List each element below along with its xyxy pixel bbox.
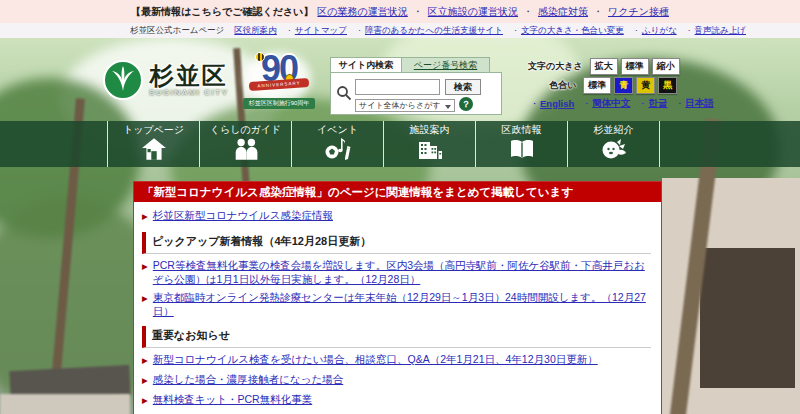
separator: ・ <box>413 5 423 19</box>
emergency-prefix: 【最新情報はこちらでご確認ください】 <box>131 5 313 19</box>
photo-building-dark <box>700 248 795 388</box>
facilities-icon <box>416 137 444 161</box>
people-icon <box>233 137 259 161</box>
search-help-button[interactable]: ？ <box>459 97 473 111</box>
link-office-guide[interactable]: 区役所案内 <box>234 25 277 37</box>
photo-storefront <box>0 394 130 414</box>
bee-character-icon <box>255 52 265 62</box>
text-size-standard-button[interactable]: 標準 <box>621 58 649 75</box>
link-tokyo-online-fever-center[interactable]: 東京都臨時オンライン発熱診療センターは年末年始（12月29日～1月3日）24時間… <box>153 290 651 318</box>
pickup-news-heading: ピックアップ新着情報（4年12月28日更新） <box>142 232 651 254</box>
logo-subtitle: SUGINAMI CITY <box>149 88 229 97</box>
emergency-info-bar: 【最新情報はこちらでご確認ください】 区の業務の運営状況 ・ 区立施設の運営状況… <box>0 0 800 23</box>
link-infected-close-contact[interactable]: 感染した場合・濃厚接触者になった場合 <box>153 372 343 388</box>
bullet: ・ <box>633 26 640 36</box>
link-covid-info-page[interactable]: 杉並区新型コロナウイルス感染症情報 <box>153 208 333 224</box>
arrow-icon: ▶ <box>142 374 148 388</box>
link-textsize-color[interactable]: 文字の大きさ・色合い変更 <box>521 25 624 37</box>
text-size-controls: 文字の大きさ 拡大 標準 縮小 <box>528 58 680 75</box>
bullet: ・ <box>531 99 538 109</box>
tab-page-number-search[interactable]: ページ番号検索 <box>402 57 490 72</box>
bullet: ・ <box>356 26 363 36</box>
nav-item-events[interactable]: イベント <box>292 121 384 167</box>
color-yellow-button[interactable]: 黄 <box>636 77 655 94</box>
chevron-down-icon <box>445 105 451 109</box>
link-text-to-speech[interactable]: 音声読み上げ <box>695 25 746 37</box>
arrow-icon: ▶ <box>142 260 148 286</box>
nav-label: イベント <box>317 124 358 136</box>
important-notice-heading: 重要なお知らせ <box>142 326 651 348</box>
list-item: ▶ 杉並区新型コロナウイルス感染症情報 <box>142 208 651 224</box>
suginami-homepage: 【最新情報はこちらでご確認ください】 区の業務の運営状況 ・ 区立施設の運営状況… <box>0 0 800 414</box>
search-scope-select[interactable]: サイト全体からさがす <box>355 99 455 112</box>
link-japanese[interactable]: 日本語 <box>685 97 714 110</box>
link-infection-measures[interactable]: 感染症対策 <box>538 5 588 19</box>
main-content: 「新型コロナウイルス感染症情報」のページに関連情報をまとめて掲載しています ▶ … <box>133 181 662 414</box>
suginami-logo[interactable]: 杉並区 SUGINAMI CITY <box>103 60 229 100</box>
link-furigana[interactable]: ふりがな <box>642 25 677 37</box>
bullet: ・ <box>639 99 646 109</box>
nav-label: くらしのガイド <box>210 124 282 136</box>
nav-item-city-information[interactable]: 区政情報 <box>476 121 568 167</box>
list-item: ▶ 新型コロナウイルス検査を受けたい場合、相談窓口、Q&A（2年1月21日、4年… <box>142 352 651 368</box>
link-business-status[interactable]: 区の業務の運営状況 <box>317 5 407 19</box>
color-scheme-label: 色合い <box>549 79 576 92</box>
text-size-enlarge-button[interactable]: 拡大 <box>590 58 618 75</box>
text-size-reduce-button[interactable]: 縮小 <box>652 58 680 75</box>
link-simplified-chinese[interactable]: 簡体中文 <box>592 97 630 110</box>
covid-info-banner: 「新型コロナウイルス感染症情報」のページに関連情報をまとめて掲載しています <box>134 182 661 202</box>
separator: ・ <box>593 5 603 19</box>
search-button[interactable]: 検索 <box>445 79 481 95</box>
logo-title: 杉並区 <box>149 64 229 88</box>
nav-item-top-page[interactable]: トップページ <box>108 121 200 167</box>
nav-item-facilities[interactable]: 施設案内 <box>384 121 476 167</box>
link-pcr-test-sites[interactable]: PCR等検査無料化事業の検査会場を増設します。区内3会場（高円寺駅前・阿佐ケ谷駅… <box>153 258 651 286</box>
site-label: 杉並区公式ホームページ <box>130 25 224 37</box>
nav-label: 施設案内 <box>410 124 450 136</box>
utility-bar: 杉並区公式ホームページ 区役所案内 ・ サイトマップ ・ 障害のあるかたへの生活… <box>0 23 800 38</box>
color-black-button[interactable]: 黒 <box>658 77 677 94</box>
list-item: ▶ PCR等検査無料化事業の検査会場を増設します。区内3会場（高円寺駅前・阿佐ケ… <box>142 258 651 286</box>
search-panel: サイト内検索 ページ番号検索 検索 サイト全体からさがす ？ <box>330 57 502 115</box>
link-sitemap[interactable]: サイトマップ <box>295 25 347 37</box>
language-links: ・ English ・ 簡体中文 ・ 한글 ・ 日本語 <box>522 97 714 110</box>
bullet: ・ <box>676 99 683 109</box>
event-icon <box>324 137 352 161</box>
arrow-icon: ▶ <box>142 394 148 408</box>
separator: ・ <box>523 5 533 19</box>
color-scheme-controls: 色合い 標準 青 黄 黒 <box>549 77 677 94</box>
arrow-icon: ▶ <box>142 354 148 368</box>
tab-site-search[interactable]: サイト内検索 <box>330 57 402 72</box>
arrow-icon: ▶ <box>142 210 148 224</box>
mascot-icon <box>600 137 628 161</box>
anniversary-90-badge[interactable]: 90 ANNIVERSARY 杉並区区制施行90周年 <box>243 50 315 114</box>
nav-label: トップページ <box>123 124 184 136</box>
link-korean[interactable]: 한글 <box>648 97 667 110</box>
bullet: ・ <box>512 26 519 36</box>
main-navigation: トップページ くらしのガイド イベント <box>0 121 800 167</box>
nav-label: 区政情報 <box>502 124 542 136</box>
bullet: ・ <box>583 99 590 109</box>
color-standard-button[interactable]: 標準 <box>583 77 611 94</box>
link-free-test-kit[interactable]: 無料検査キット・PCR無料化事業 <box>153 392 312 408</box>
book-icon <box>508 137 536 161</box>
link-accessibility-site[interactable]: 障害のあるかたへの生活支援サイト <box>365 25 503 37</box>
list-item: ▶ 無料検査キット・PCR無料化事業 <box>142 392 651 408</box>
tab-page-number-label: ページ番号検索 <box>414 60 477 70</box>
nav-label: 杉並紹介 <box>594 124 634 136</box>
search-scope-value: サイト全体からさがす <box>359 101 441 110</box>
color-blue-button[interactable]: 青 <box>614 77 633 94</box>
badge-banner-text: 杉並区区制施行90周年 <box>243 98 315 109</box>
bullet: ・ <box>686 26 693 36</box>
site-search-input[interactable] <box>355 79 440 95</box>
bullet: ・ <box>286 26 293 36</box>
list-item: ▶ 東京都臨時オンライン発熱診療センターは年末年始（12月29日～1月3日）24… <box>142 290 651 318</box>
home-icon <box>141 137 167 161</box>
link-english[interactable]: English <box>540 98 574 109</box>
link-covid-test-consultation[interactable]: 新型コロナウイルス検査を受けたい場合、相談窓口、Q&A（2年1月21日、4年12… <box>153 352 598 368</box>
suginami-leaf-icon <box>103 60 143 100</box>
link-facility-status[interactable]: 区立施設の運営状況 <box>428 5 518 19</box>
link-vaccine[interactable]: ワクチン接種 <box>608 5 669 19</box>
nav-item-about-suginami[interactable]: 杉並紹介 <box>568 121 660 167</box>
nav-item-living-guide[interactable]: くらしのガイド <box>200 121 292 167</box>
